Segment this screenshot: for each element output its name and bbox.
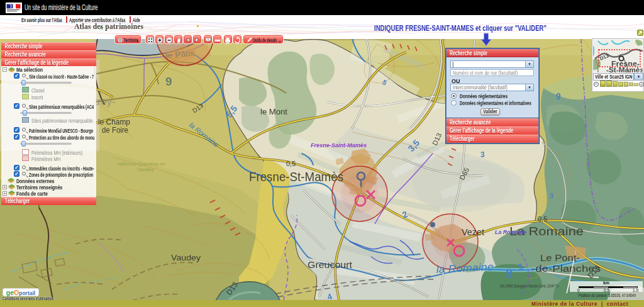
svg-text:8: 8 bbox=[506, 267, 513, 281]
svg-text:IGN, DRAC Bourgogne Franche-Co: IGN, DRAC Bourgogne Franche-Comte, UDAP … bbox=[500, 284, 560, 289]
svg-text:trey-: trey- bbox=[94, 96, 116, 108]
svg-text:La Romaine: La Romaine bbox=[495, 229, 526, 235]
svg-text:9: 9 bbox=[556, 91, 561, 101]
svg-text:0,5: 0,5 bbox=[286, 160, 296, 167]
svg-text:0,5: 0,5 bbox=[538, 215, 547, 223]
svg-text:Vaudey: Vaudey bbox=[137, 167, 154, 172]
svg-text:3: 3 bbox=[550, 192, 553, 199]
svg-text:Fresne-St-Mamès: Fresne-St-Mamès bbox=[249, 170, 343, 184]
svg-text:Vezet: Vezet bbox=[462, 226, 485, 237]
svg-text:INDIQUER FRESNE-SAINT-MAMES et: INDIQUER FRESNE-SAINT-MAMES et cliquer s… bbox=[374, 24, 547, 33]
svg-text:Vellexon-Queutrey-et-: Vellexon-Queutrey-et- bbox=[117, 161, 166, 167]
svg-text:Greucourt: Greucourt bbox=[308, 259, 353, 270]
svg-text:Le Pont-: Le Pont- bbox=[540, 253, 580, 263]
svg-text:le Champ: le Champ bbox=[98, 118, 130, 126]
svg-text:-St-Mamès: -St-Mamès bbox=[606, 66, 643, 72]
svg-text:de Foire: de Foire bbox=[102, 126, 128, 135]
svg-text:Vaudey: Vaudey bbox=[171, 253, 201, 262]
svg-text:3: 3 bbox=[480, 150, 485, 159]
svg-text:9: 9 bbox=[165, 75, 172, 88]
svg-text:Fresne-Saint-Mamès: Fresne-Saint-Mamès bbox=[311, 142, 367, 148]
svg-text:le Mont: le Mont bbox=[260, 107, 287, 116]
